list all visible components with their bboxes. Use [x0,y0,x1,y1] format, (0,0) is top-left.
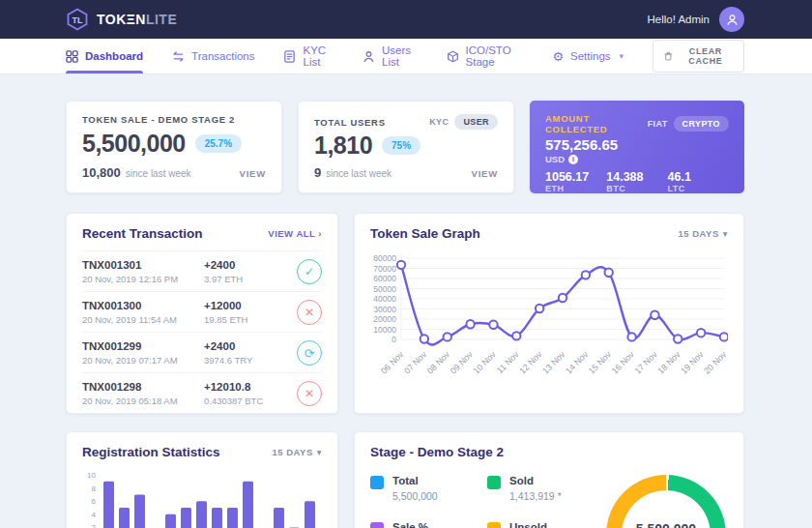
svg-text:20 Nov: 20 Nov [702,349,728,376]
brand-logo[interactable]: TL TOKΞNLITE [66,8,177,31]
brand-name: TOKΞNLITE [97,12,177,27]
eth-label: ETH [545,184,606,193]
svg-text:10: 10 [87,471,96,480]
svg-text:10 Nov: 10 Nov [472,349,499,376]
btc-label: BTC [606,184,667,193]
svg-text:30000: 30000 [373,305,396,314]
svg-text:50000: 50000 [373,284,396,294]
nav-label: Transactions [191,50,254,62]
svg-text:2: 2 [92,523,97,528]
token-sale-graph-card: Token Sale Graph 15 DAYS▾ 01000020000300… [354,213,744,414]
kyc-user-toggle: KYC USER [429,114,498,130]
svg-text:10000: 10000 [373,325,396,335]
bar-range-select[interactable]: 15 DAYS▾ [272,447,322,457]
amount-collected-value: 575,256.65 [545,136,729,153]
transaction-id: TNX001301 [82,259,204,271]
top-header-bar: TL TOKΞNLITE Hello! Admin [0,0,812,39]
recent-transactions-card: Recent Transaction VIEW ALL › TNX001301 … [66,213,338,414]
clear-cache-button[interactable]: CLEAR CACHE [652,40,744,73]
stage-card: Stage - Demo Stage 2 Total 5,500,000 [354,431,744,528]
transaction-converted: 19.85 ETH [204,314,297,325]
legend-value: 1,413,919 * [509,490,562,502]
amount-collected-card: AMOUNT COLLECTED FIAT CRYPTO 575,256.65 … [530,101,744,193]
ltc-label: LTC [668,184,729,193]
status-success-icon[interactable] [297,259,322,284]
chevron-down-icon: ▾ [723,228,728,239]
toggle-user[interactable]: USER [454,114,498,130]
token-sale-card: TOKEN SALE - DEMO STAGE 2 5,500,000 25.7… [66,101,282,193]
status-pending-icon[interactable] [297,340,322,366]
svg-text:60000: 60000 [373,274,396,283]
svg-text:TL: TL [72,15,83,25]
total-users-title: TOTAL USERS [314,117,386,128]
total-users-delta-caption: since last week [326,168,392,179]
fiat-crypto-toggle: FIAT CRYPTO [648,116,729,132]
nav-tab-ico-sto-stage[interactable]: ICO/STO Stage [447,39,524,73]
dashboard-grid-icon [66,50,78,63]
token-sale-graph-title: Token Sale Graph [370,226,480,241]
legend-item-unsold: Unsold 4,086,082 [487,521,604,528]
user-avatar[interactable] [719,7,744,32]
main-nav: Dashboard Transactions KYC List Users Li… [0,39,812,73]
legend-swatch-total [370,476,384,489]
transaction-converted: 0.430387 BTC [204,396,297,406]
nav-tab-transactions[interactable]: Transactions [172,39,254,73]
svg-text:80000: 80000 [373,253,396,263]
svg-text:17 Nov: 17 Nov [633,349,660,376]
cube-icon [447,50,459,63]
token-sale-view-link[interactable]: VIEW [240,168,266,179]
svg-text:13 Nov: 13 Nov [540,349,567,376]
transaction-amount: +12000 [204,300,297,311]
stage-donut-chart: 5,500,000 TLE [606,475,726,528]
toggle-kyc[interactable]: KYC [429,117,449,127]
toggle-crypto[interactable]: CRYPTO [674,116,729,132]
amount-collected-title: AMOUNT COLLECTED [545,113,648,134]
transaction-date: 20 Nov, 2019 05:18 AM [82,396,204,406]
chevron-down-icon: ▾ [620,51,624,61]
transaction-row[interactable]: TNX001301 20 Nov, 2019 12:16 PM +2400 3.… [82,250,322,291]
person-icon [726,14,739,26]
nav-label: ICO/STO Stage [466,44,524,68]
svg-text:8: 8 [92,484,97,493]
nav-tab-settings[interactable]: ⚙ Settings ▾ [552,39,624,73]
status-failed-icon[interactable] [297,381,322,406]
legend-item-total: Total 5,500,000 [370,475,487,502]
registration-bar-chart: 108642 [82,469,322,528]
transaction-row[interactable]: TNX001300 20 Nov, 2019 11:54 AM +12000 1… [82,291,322,332]
user-icon [362,50,375,63]
crypto-amount-ltc: 46.1 LTC [668,170,729,193]
transaction-row[interactable]: TNX001299 20 Nov, 2019 07:17 AM +2400 39… [82,332,322,372]
nav-label: Users List [382,44,418,68]
token-sale-value: 5,500,000 [82,130,186,158]
nav-tab-users-list[interactable]: Users List [362,39,418,73]
svg-text:07 Nov: 07 Nov [402,349,429,376]
status-failed-icon[interactable] [297,300,322,325]
nav-label: Dashboard [85,50,143,62]
transaction-date: 20 Nov, 2019 11:54 AM [82,314,204,325]
svg-text:18 Nov: 18 Nov [655,349,682,376]
svg-text:19 Nov: 19 Nov [679,349,706,376]
transaction-row[interactable]: TNX001298 20 Nov, 2019 05:18 AM +12010.8… [82,372,322,413]
transaction-id: TNX001299 [82,340,204,352]
svg-text:4: 4 [92,511,97,519]
svg-text:11 Nov: 11 Nov [495,349,521,375]
stage-title: Stage - Demo Stage 2 [370,445,504,459]
transaction-converted: 3974.6 TRY [204,355,297,366]
svg-text:06 Nov: 06 Nov [379,349,406,376]
line-range-select[interactable]: 15 DAYS▾ [678,228,728,239]
legend-item-sold: Sold 1,413,919 * [487,475,604,502]
stats-row: TOKEN SALE - DEMO STAGE 2 5,500,000 25.7… [66,101,744,193]
legend-item-sale-percent: Sale % 25.7% Sold [370,521,487,528]
toggle-fiat[interactable]: FIAT [648,119,668,129]
eth-value: 1056.17 [545,170,606,184]
nav-tab-kyc-list[interactable]: KYC List [283,39,334,73]
view-all-link[interactable]: VIEW ALL › [268,228,322,239]
svg-text:12 Nov: 12 Nov [517,349,544,376]
svg-text:16 Nov: 16 Nov [610,349,637,376]
total-users-view-link[interactable]: VIEW [472,168,498,179]
total-users-value: 1,810 [314,132,372,160]
svg-text:70000: 70000 [373,264,396,274]
info-icon[interactable]: i [568,155,578,164]
svg-text:40000: 40000 [373,294,396,304]
nav-tab-dashboard[interactable]: Dashboard [66,39,143,73]
